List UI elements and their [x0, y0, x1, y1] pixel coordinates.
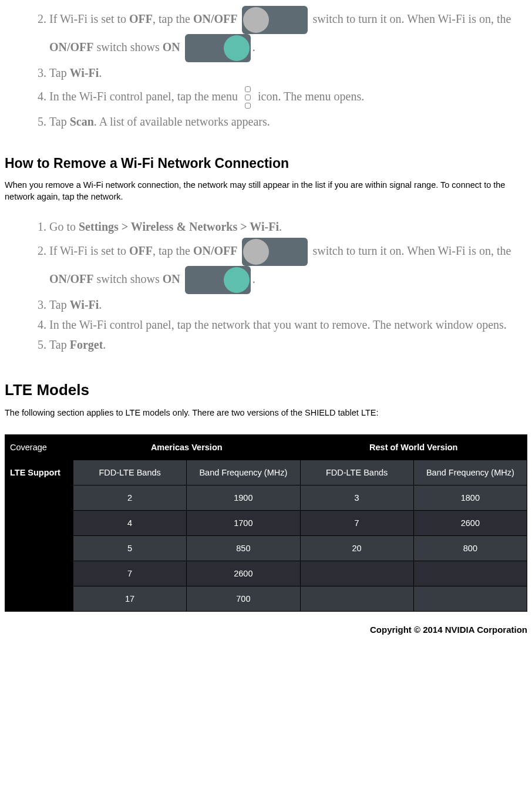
table-header-row: Coverage Americas Version Rest of World …	[5, 434, 527, 460]
td-a-band: 2	[73, 485, 187, 510]
steps-list-1: If Wi-Fi is set to OFF, tap the ON/OFF s…	[5, 6, 527, 131]
td-r-freq	[413, 586, 527, 611]
bold: ON	[163, 41, 180, 53]
step-text: .	[99, 66, 102, 79]
bold: Scan	[70, 115, 94, 128]
bold: ON/OFF	[49, 272, 94, 285]
td-r-freq	[413, 561, 527, 586]
menu-dots-icon	[243, 84, 253, 111]
td-a-freq: 2600	[187, 561, 300, 586]
th-americas: Americas Version	[73, 434, 301, 460]
step-text: switch shows	[94, 272, 163, 285]
step-item: If Wi-Fi is set to OFF, tap the ON/OFF s…	[49, 6, 527, 62]
lte-table: Coverage Americas Version Rest of World …	[5, 434, 527, 612]
td-a-freq: 1900	[187, 485, 300, 510]
bold: OFF	[129, 244, 153, 257]
lte-intro: The following section applies to LTE mod…	[5, 407, 527, 419]
step-text: Tap	[49, 66, 70, 79]
bold: Forget	[70, 338, 103, 351]
td-a-band: 5	[73, 535, 187, 561]
td-r-band: 20	[300, 535, 413, 561]
section-title-lte: LTE Models	[5, 381, 527, 399]
step-text: Tap	[49, 338, 70, 351]
td-a-band: 4	[73, 510, 187, 535]
th-coverage: Coverage	[5, 434, 73, 460]
bold: Settings > Wireless & Networks > Wi-Fi	[79, 220, 279, 233]
td-r-band: 7	[300, 510, 413, 535]
bold: Wi-Fi	[70, 298, 99, 311]
step-text: In the Wi-Fi control panel, tap the menu	[49, 90, 241, 103]
td-blank	[5, 485, 73, 611]
step-text: .	[103, 338, 106, 351]
table-row: 5 850 20 800	[5, 535, 527, 561]
step-item: In the Wi-Fi control panel, tap the netw…	[49, 316, 527, 334]
step-item: Tap Scan. A list of available networks a…	[49, 113, 527, 131]
td-r-band	[300, 561, 413, 586]
td-a-freq: 850	[187, 535, 300, 561]
step-text: .	[99, 298, 102, 311]
step-text: , tap the	[153, 244, 193, 257]
step-text: icon. The menu opens.	[255, 90, 364, 103]
step-text: , tap the	[153, 12, 193, 25]
toggle-on-icon	[185, 266, 251, 294]
th-freq-a: Band Frequency (MHz)	[187, 460, 300, 485]
step-text: . A list of available networks appears.	[94, 115, 270, 128]
bold: ON	[163, 272, 180, 285]
table-row: 7 2600	[5, 561, 527, 586]
step-text: .	[279, 220, 282, 233]
td-a-freq: 1700	[187, 510, 300, 535]
toggle-on-icon	[185, 34, 251, 62]
td-r-freq: 800	[413, 535, 527, 561]
step-text: .	[252, 272, 255, 285]
toggle-off-icon	[242, 6, 308, 34]
step-text: switch to turn it on. When Wi-Fi is on, …	[312, 244, 511, 257]
step-text: Go to	[49, 220, 79, 233]
step-text: .	[252, 41, 255, 53]
step-text: Tap	[49, 115, 70, 128]
td-a-band: 17	[73, 586, 187, 611]
bold: OFF	[129, 12, 153, 25]
bold: Wi-Fi	[70, 66, 99, 79]
bold: ON/OFF	[193, 244, 238, 257]
td-r-freq: 1800	[413, 485, 527, 510]
step-item: Tap Wi-Fi.	[49, 296, 527, 314]
bold: ON/OFF	[193, 12, 238, 25]
td-r-freq: 2600	[413, 510, 527, 535]
step-item: Tap Forget.	[49, 336, 527, 354]
steps-list-2: Go to Settings > Wireless & Networks > W…	[5, 218, 527, 354]
th-bands-a: FDD-LTE Bands	[73, 460, 187, 485]
step-text: Tap	[49, 298, 70, 311]
th-row: Rest of World Version	[300, 434, 527, 460]
step-item: In the Wi-Fi control panel, tap the menu…	[49, 84, 527, 111]
step-text: If Wi-Fi is set to	[49, 244, 129, 257]
step-text: If Wi-Fi is set to	[49, 12, 129, 25]
td-r-band	[300, 586, 413, 611]
td-a-band: 7	[73, 561, 187, 586]
toggle-off-icon	[242, 238, 308, 266]
step-text: switch shows	[94, 41, 163, 53]
th-bands-r: FDD-LTE Bands	[300, 460, 413, 485]
table-row: 2 1900 3 1800	[5, 485, 527, 510]
section-title-remove: How to Remove a Wi-Fi Network Connection	[5, 156, 527, 171]
bold: ON/OFF	[49, 41, 94, 53]
step-item: Go to Settings > Wireless & Networks > W…	[49, 218, 527, 236]
th-lte-support: LTE Support	[5, 460, 73, 485]
table-subheader-row: LTE Support FDD-LTE Bands Band Frequency…	[5, 460, 527, 485]
td-r-band: 3	[300, 485, 413, 510]
step-item: Tap Wi-Fi.	[49, 64, 527, 82]
th-freq-r: Band Frequency (MHz)	[413, 460, 527, 485]
table-row: 4 1700 7 2600	[5, 510, 527, 535]
step-item: If Wi-Fi is set to OFF, tap the ON/OFF s…	[49, 238, 527, 294]
copyright: Copyright © 2014 NVIDIA Corporation	[5, 625, 527, 635]
td-a-freq: 700	[187, 586, 300, 611]
remove-intro: When you remove a Wi-Fi network connecti…	[5, 180, 527, 203]
step-text: switch to turn it on. When Wi-Fi is on, …	[312, 12, 511, 25]
table-row: 17 700	[5, 586, 527, 611]
